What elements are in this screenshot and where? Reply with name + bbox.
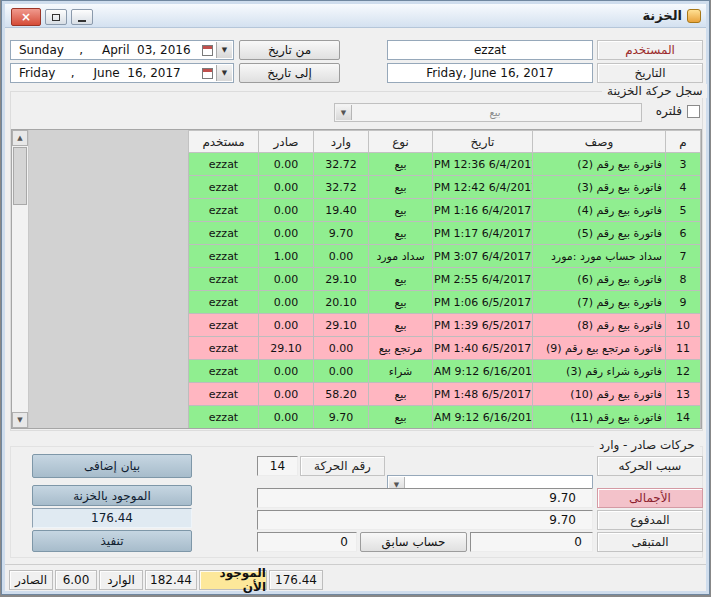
grid-cell-user[interactable]: ezzat xyxy=(189,245,259,268)
grid-row[interactable]: 14فاتورة بيع رقم (11)AM 9:12 6/16/2017بي… xyxy=(30,406,701,429)
grid-cell-date[interactable]: PM 1:40 6/5/2017 xyxy=(433,337,533,360)
grid-cell-desc[interactable]: فاتورة بيع رقم (2) xyxy=(533,153,666,176)
date-input[interactable]: Friday, June 16, 2017 xyxy=(387,63,593,83)
grid-cell-type[interactable]: مرتجع بيع xyxy=(369,337,433,360)
grid-cell-type[interactable]: بيع xyxy=(369,176,433,199)
grid-cell-user[interactable]: ezzat xyxy=(189,360,259,383)
grid-cell-num[interactable]: 11 xyxy=(666,337,701,360)
filter-checkbox[interactable] xyxy=(687,105,700,118)
grid-cell-incoming[interactable]: 0.00 xyxy=(314,337,369,360)
grid-cell-date[interactable]: PM 12:42 6/4/2017 xyxy=(433,176,533,199)
grid-cell-date[interactable]: PM 1:39 6/5/2017 xyxy=(433,314,533,337)
from-date-dropdown-icon[interactable]: ▼ xyxy=(216,42,232,58)
grid-cell-user[interactable]: ezzat xyxy=(189,406,259,429)
grid-cell-outgoing[interactable]: 0.00 xyxy=(259,176,314,199)
grid-cell-incoming[interactable]: 0.00 xyxy=(314,360,369,383)
grid-cell-date[interactable]: PM 3:07 6/4/2017 xyxy=(433,245,533,268)
grid-cell-date[interactable]: PM 1:17 6/4/2017 xyxy=(433,222,533,245)
grid-row[interactable]: 6فاتورة بيع رقم (5)PM 1:17 6/4/2017بيع9.… xyxy=(30,222,701,245)
grid-cell-num[interactable]: 8 xyxy=(666,268,701,291)
grid-cell-date[interactable]: AM 9:12 6/16/2017 xyxy=(433,360,533,383)
grid-cell-outgoing[interactable]: 0.00 xyxy=(259,199,314,222)
grid-row[interactable]: 3فاتورة بيع رقم (2)PM 12:36 6/4/2017بيع3… xyxy=(30,153,701,176)
grid-cell-type[interactable]: بيع xyxy=(369,314,433,337)
grid-cell-type[interactable]: بيع xyxy=(369,383,433,406)
grid-cell-outgoing[interactable]: 0.00 xyxy=(259,222,314,245)
grid-cell-user[interactable]: ezzat xyxy=(189,268,259,291)
grid-cell-num[interactable]: 4 xyxy=(666,176,701,199)
grid-cell-date[interactable]: PM 2:55 6/4/2017 xyxy=(433,268,533,291)
grid-cell-desc[interactable]: فاتورة مرتجع بيع رقم (9) xyxy=(533,337,666,360)
grid-cell-num[interactable]: 3 xyxy=(666,153,701,176)
from-date-picker[interactable]: Sunday , April 03, 2016 ▼ xyxy=(10,40,234,60)
scroll-up-icon[interactable]: ▲ xyxy=(12,130,28,146)
grid-cell-user[interactable]: ezzat xyxy=(189,199,259,222)
grid-row[interactable]: 8فاتورة بيع رقم (6)PM 2:55 6/4/2017بيع29… xyxy=(30,268,701,291)
grid-cell-desc[interactable]: فاتورة بيع رقم (11) xyxy=(533,406,666,429)
grid-cell-outgoing[interactable]: 29.10 xyxy=(259,337,314,360)
grid-cell-outgoing[interactable]: 1.00 xyxy=(259,245,314,268)
grid-cell-incoming[interactable]: 9.70 xyxy=(314,222,369,245)
grid-row[interactable]: 13فاتورة بيع رقم (10)PM 1:48 6/5/2017بيع… xyxy=(30,383,701,406)
maximize-button[interactable] xyxy=(45,9,67,25)
grid-cell-desc[interactable]: فاتورة بيع رقم (3) xyxy=(533,176,666,199)
grid-cell-outgoing[interactable]: 0.00 xyxy=(259,314,314,337)
grid-cell-outgoing[interactable]: 0.00 xyxy=(259,383,314,406)
grid-cell-num[interactable]: 14 xyxy=(666,406,701,429)
grid-cell-incoming[interactable]: 0.00 xyxy=(314,245,369,268)
grid-cell-outgoing[interactable]: 0.00 xyxy=(259,360,314,383)
grid-cell-desc[interactable]: فاتورة بيع رقم (7) xyxy=(533,291,666,314)
grid-header-desc[interactable]: وصف xyxy=(533,131,666,153)
grid-cell-incoming[interactable]: 29.10 xyxy=(314,268,369,291)
grid-row[interactable]: 7سداد حساب مورد :موردPM 3:07 6/4/2017سدا… xyxy=(30,245,701,268)
grid-cell-type[interactable]: شراء xyxy=(369,360,433,383)
grid-cell-num[interactable]: 13 xyxy=(666,383,701,406)
grid-cell-user[interactable]: ezzat xyxy=(189,291,259,314)
grid-row[interactable]: 4فاتورة بيع رقم (3)PM 12:42 6/4/2017بيع3… xyxy=(30,176,701,199)
minimize-button[interactable] xyxy=(71,9,93,25)
grid-cell-type[interactable]: سداد مورد xyxy=(369,245,433,268)
scroll-down-icon[interactable]: ▼ xyxy=(12,412,28,428)
extra-statement-button[interactable]: بيان إضافى xyxy=(32,454,192,478)
grid-cell-num[interactable]: 6 xyxy=(666,222,701,245)
grid-cell-outgoing[interactable]: 0.00 xyxy=(259,268,314,291)
from-date-button[interactable]: من تاريخ xyxy=(239,40,340,60)
grid-cell-incoming[interactable]: 32.72 xyxy=(314,153,369,176)
grid-cell-num[interactable]: 5 xyxy=(666,199,701,222)
grid-header-num[interactable]: م xyxy=(666,131,701,153)
grid-row[interactable]: 10فاتورة بيع رقم (8)PM 1:39 6/5/2017بيع2… xyxy=(30,314,701,337)
grid-cell-type[interactable]: بيع xyxy=(369,153,433,176)
grid-cell-outgoing[interactable]: 0.00 xyxy=(259,291,314,314)
to-date-picker[interactable]: Friday , June 16, 2017 ▼ xyxy=(10,63,234,83)
grid-cell-desc[interactable]: فاتورة بيع رقم (5) xyxy=(533,222,666,245)
grid-cell-type[interactable]: بيع xyxy=(369,291,433,314)
user-input[interactable]: ezzat xyxy=(387,40,593,60)
grid-header-user[interactable]: مستخدم xyxy=(189,131,259,153)
grid-cell-num[interactable]: 10 xyxy=(666,314,701,337)
grid-cell-date[interactable]: PM 12:36 6/4/2017 xyxy=(433,153,533,176)
chevron-down-icon[interactable]: ▼ xyxy=(336,105,352,120)
grid-cell-user[interactable]: ezzat xyxy=(189,176,259,199)
grid-cell-type[interactable]: بيع xyxy=(369,199,433,222)
grid-header-incoming[interactable]: وارد xyxy=(314,131,369,153)
grid-scrollbar[interactable]: ▲ ▼ xyxy=(12,130,29,428)
scroll-thumb[interactable] xyxy=(13,147,27,205)
to-date-dropdown-icon[interactable]: ▼ xyxy=(216,65,232,81)
grid-cell-incoming[interactable]: 29.10 xyxy=(314,314,369,337)
grid-cell-num[interactable]: 7 xyxy=(666,245,701,268)
grid-cell-date[interactable]: PM 1:06 6/5/2017 xyxy=(433,291,533,314)
scroll-track[interactable] xyxy=(12,206,28,412)
grid-cell-desc[interactable]: فاتورة بيع رقم (4) xyxy=(533,199,666,222)
grid-cell-num[interactable]: 12 xyxy=(666,360,701,383)
grid-cell-outgoing[interactable]: 0.00 xyxy=(259,406,314,429)
grid-cell-user[interactable]: ezzat xyxy=(189,337,259,360)
grid-cell-incoming[interactable]: 9.70 xyxy=(314,406,369,429)
grid-cell-type[interactable]: بيع xyxy=(369,268,433,291)
grid-cell-user[interactable]: ezzat xyxy=(189,314,259,337)
treasury-balance-button[interactable]: الموجود بالخزنة xyxy=(32,485,192,506)
previous-account-button[interactable]: حساب سابق xyxy=(360,532,467,552)
grid-row[interactable]: 11فاتورة مرتجع بيع رقم (9)PM 1:40 6/5/20… xyxy=(30,337,701,360)
grid-cell-date[interactable]: PM 1:16 6/4/2017 xyxy=(433,199,533,222)
close-button[interactable]: × xyxy=(11,8,41,26)
grid-cell-date[interactable]: PM 1:48 6/5/2017 xyxy=(433,383,533,406)
